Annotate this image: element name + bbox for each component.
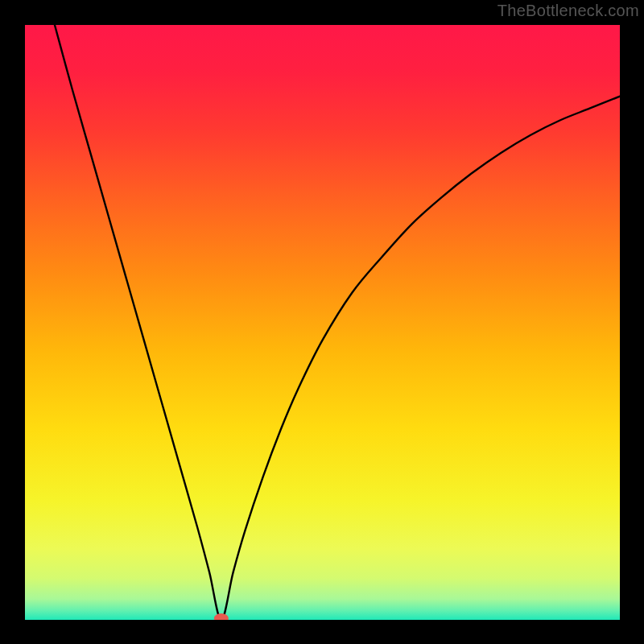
plot-area — [25, 25, 620, 620]
bottleneck-chart — [25, 25, 620, 620]
gradient-background — [25, 25, 620, 620]
watermark-label: TheBottleneck.com — [497, 2, 639, 20]
chart-container: TheBottleneck.com — [0, 0, 644, 644]
